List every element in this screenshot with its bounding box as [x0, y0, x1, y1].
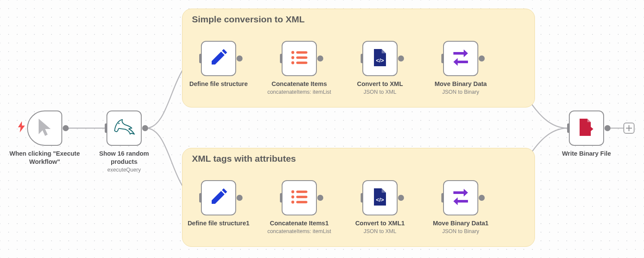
node-subtitle: executeQuery — [89, 166, 159, 174]
node-label: Convert to XML JSON to XML — [345, 80, 415, 96]
output-port[interactable] — [63, 125, 69, 131]
node-subtitle: concatenateItems: itemList — [260, 227, 338, 236]
svg-point-0 — [118, 123, 119, 124]
input-port[interactable] — [105, 123, 107, 133]
swap-arrows-icon — [451, 187, 471, 209]
output-port[interactable] — [398, 195, 404, 201]
node-label: Concatenate Items concatenateItems: item… — [260, 80, 338, 96]
node-move-binary-data[interactable] — [443, 41, 478, 76]
node-concatenate-items[interactable] — [282, 41, 317, 76]
node-convert-to-xml-1[interactable] — [362, 180, 398, 215]
input-port[interactable] — [361, 193, 363, 203]
code-file-icon — [372, 188, 388, 207]
node-title: Move Binary Data1 — [433, 220, 489, 227]
add-node-button[interactable] — [623, 123, 635, 134]
node-define-structure[interactable] — [201, 41, 236, 76]
node-label: Move Binary Data1 JSON to Binary — [426, 219, 495, 236]
input-port[interactable] — [441, 54, 444, 63]
input-port[interactable] — [199, 54, 202, 63]
node-subtitle: JSON to XML — [345, 227, 415, 236]
workflow-canvas[interactable]: Simple conversion to XML XML tags with a… — [0, 0, 644, 258]
node-title: Convert to XML1 — [355, 220, 404, 227]
input-port[interactable] — [567, 123, 570, 133]
node-move-binary-data-1[interactable] — [443, 180, 478, 215]
output-port[interactable] — [237, 55, 243, 61]
node-label: Show 16 random products executeQuery — [89, 150, 159, 174]
output-port[interactable] — [237, 195, 243, 201]
node-subtitle: JSON to Binary — [426, 227, 495, 236]
node-write-binary-file[interactable] — [569, 111, 604, 146]
plus-icon — [626, 125, 632, 131]
file-export-icon — [578, 119, 595, 138]
list-icon — [291, 50, 308, 67]
pencil-icon — [210, 188, 227, 207]
output-port[interactable] — [479, 55, 485, 61]
node-label: When clicking "Execute Workflow" — [5, 150, 84, 166]
node-concatenate-items-1[interactable] — [282, 180, 317, 215]
node-title: Show 16 random products — [99, 150, 149, 165]
trigger-indicator-icon — [18, 121, 25, 134]
node-label: Concatenate Items1 concatenateItems: ite… — [260, 219, 338, 236]
input-port[interactable] — [199, 193, 202, 203]
node-label: Define file structure1 — [185, 219, 252, 227]
node-title: Convert to XML — [357, 80, 403, 87]
output-port[interactable] — [317, 55, 323, 61]
input-port[interactable] — [441, 193, 444, 203]
node-label: Move Binary Data JSON to Binary — [426, 80, 495, 96]
group-title: XML tags with attributes — [192, 154, 296, 164]
output-port[interactable] — [317, 195, 323, 201]
output-port[interactable] — [398, 55, 404, 61]
input-port[interactable] — [280, 54, 283, 63]
list-icon — [291, 189, 308, 206]
group-title: Simple conversion to XML — [192, 14, 305, 25]
cursor-icon — [36, 118, 53, 138]
node-subtitle: concatenateItems: itemList — [260, 88, 338, 96]
node-subtitle: JSON to Binary — [426, 88, 495, 96]
node-manual-trigger[interactable] — [27, 111, 62, 146]
pencil-icon — [210, 49, 227, 68]
output-port[interactable] — [479, 195, 485, 201]
node-title: Concatenate Items1 — [270, 220, 329, 227]
node-label: Write Binary File — [552, 150, 621, 158]
input-port[interactable] — [361, 54, 363, 63]
swap-arrows-icon — [451, 48, 471, 69]
node-convert-to-xml[interactable] — [362, 41, 398, 76]
code-file-icon — [372, 49, 388, 68]
node-mysql[interactable] — [106, 111, 142, 146]
node-subtitle: JSON to XML — [345, 88, 415, 96]
node-label: Define file structure — [188, 80, 249, 88]
output-port[interactable] — [605, 125, 611, 131]
node-label: Convert to XML1 JSON to XML — [345, 219, 415, 236]
input-port[interactable] — [280, 193, 283, 203]
node-title: Move Binary Data — [434, 80, 487, 87]
output-port[interactable] — [142, 125, 148, 131]
node-title: Concatenate Items — [272, 80, 327, 87]
node-define-structure-1[interactable] — [201, 180, 236, 215]
mysql-dolphin-icon — [113, 118, 135, 138]
